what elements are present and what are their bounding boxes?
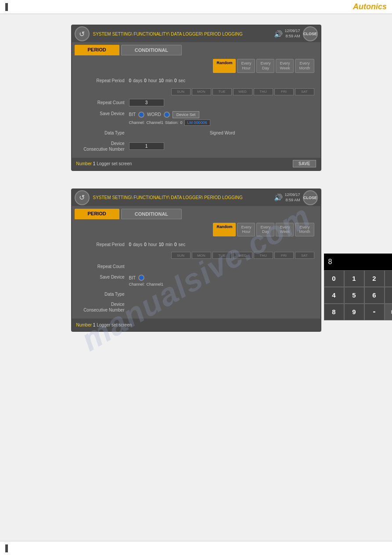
panel1-breadcrumb: SYSTEM SETTING\ FUNCTIONALITY\ DATA LOGG… <box>90 32 274 36</box>
bottom-bar <box>0 541 392 555</box>
numpad-0[interactable]: 0 <box>324 270 344 287</box>
save-device-row2: Channel: Channel1 Station: 0 LM 000006 <box>129 120 316 126</box>
repeat-period-label: Repeat Period <box>76 78 129 83</box>
save-button[interactable]: SAVE <box>293 160 316 167</box>
device-consec-label: DeviceConsecutive Number <box>76 141 129 152</box>
top-bar: Autonics <box>0 0 392 14</box>
panel1-content: Random EveryHour EveryDay EveryWeek Ever… <box>72 55 320 158</box>
panel2-before-button[interactable]: ↺ <box>75 190 90 205</box>
speaker-icon: 🔊 <box>274 30 283 38</box>
data-type-label: Data Type <box>76 131 129 135</box>
panel1-footer-text: Number 1 Logger set screen <box>76 161 132 166</box>
panel2-div-wed: WED <box>233 252 252 259</box>
panel2-subtab-every-hour[interactable]: EveryHour <box>237 223 255 237</box>
panel2-repeat-count-label: Repeat Count <box>76 264 129 269</box>
numpad-9[interactable]: 9 <box>344 304 364 320</box>
numpad-4[interactable]: 4 <box>324 287 344 304</box>
bottom-bar-mark <box>5 544 8 552</box>
panel1-footer: Number 1 Logger set screen SAVE <box>72 158 320 170</box>
device-consec-value-area <box>129 142 316 150</box>
panel2-div-fri: FRI <box>274 252 294 259</box>
device-consec-input[interactable] <box>129 142 164 150</box>
data-type-value-area: Signed Word <box>129 131 316 135</box>
panel1-close-button[interactable]: CLOSE <box>303 26 318 41</box>
numpad-7[interactable]: 7 <box>385 287 392 304</box>
station-value: 0 <box>180 120 183 125</box>
panel2-div-sat: SAT <box>295 252 314 259</box>
panel2-subtab-every-week[interactable]: EveryWeek <box>276 223 294 237</box>
panel2-device-consec-row: DeviceConsecutive Number <box>76 301 316 313</box>
bit-label: BIT <box>129 112 136 117</box>
device-consec-row: DeviceConsecutive Number <box>76 141 316 152</box>
device-set-button[interactable]: Device Set <box>173 111 200 118</box>
numpad-2[interactable]: 2 <box>364 270 385 287</box>
panel2-device-consec-label: DeviceConsecutive Number <box>76 301 129 313</box>
panel2-speaker-icon: 🔊 <box>274 193 283 202</box>
panel2-channel-value: Channel1 <box>147 282 164 287</box>
div-sun: SUN <box>171 88 191 95</box>
panel2-channel-label: Channel: <box>129 282 145 287</box>
panel2-div-thu: THU <box>254 252 273 259</box>
panel1-header: ↺ SYSTEM SETTING\ FUNCTIONALITY\ DATA LO… <box>72 25 320 42</box>
panel2-save-device-area: BIT Channel: Channel1 <box>129 275 316 287</box>
subtab-every-day[interactable]: EveryDay <box>256 59 274 73</box>
tab-conditional[interactable]: CONDITIONAL <box>121 45 182 55</box>
numpad-8[interactable]: 8 <box>324 304 344 320</box>
repeat-count-row: Repeat Count <box>76 98 316 108</box>
station-label: Station: <box>165 120 179 125</box>
numpad-row3: 8 9 - BS ENT <box>324 304 392 320</box>
panel2-content: Random EveryHour EveryDay EveryWeek Ever… <box>72 219 320 319</box>
div-wed: WED <box>233 88 252 95</box>
subtab-every-week[interactable]: EveryWeek <box>276 59 294 73</box>
panel2-subtab-every-day[interactable]: EveryDay <box>256 223 274 237</box>
numpad-1[interactable]: 1 <box>344 270 364 287</box>
save-device-label: Save Device <box>76 111 129 116</box>
tab-period[interactable]: PERIOD <box>75 45 119 55</box>
panel2-bit-radio[interactable] <box>138 275 144 281</box>
channel-value: Channel1 <box>147 120 164 125</box>
autonics-logo: Autonics <box>353 2 387 11</box>
subtab-every-hour[interactable]: EveryHour <box>237 59 255 73</box>
panel1-tab-bar: PERIOD CONDITIONAL <box>72 42 320 55</box>
div-tue: TUE <box>212 88 232 95</box>
numpad-3[interactable]: 3 <box>385 270 392 287</box>
div-fri: FRI <box>274 88 294 95</box>
word-label: WORD <box>147 112 161 117</box>
panel2-close-button[interactable]: CLOSE <box>303 190 318 205</box>
repeat-period-value-area: 0 days 0 hour 10 min 0 sec <box>129 78 316 83</box>
panel2-repeat-period-row: Repeat Period 0 days 0 hour 10 min 0 sec <box>76 239 316 250</box>
repeat-count-input[interactable] <box>129 99 164 106</box>
panel2-divider-row: SUN MON TUE WED THU FRI SAT <box>76 252 316 259</box>
numpad-row2: 4 5 6 7 ▼ <box>324 287 392 304</box>
subtab-random[interactable]: Random <box>213 59 236 73</box>
panel2-tab-period[interactable]: PERIOD <box>75 209 119 219</box>
div-sat: SAT <box>295 88 314 95</box>
panel2-repeat-count-row: Repeat Count <box>76 261 316 272</box>
bit-radio[interactable] <box>138 112 144 118</box>
panel2-footer: Number 1 Logger set screen <box>72 319 320 331</box>
panel2-subtab-every-month[interactable]: EveryMonth <box>295 223 314 237</box>
save-device-area: BIT WORD Device Set Channel: Channel1 St… <box>129 111 316 126</box>
panel2-breadcrumb: SYSTEM SETTING\ FUNCTIONALITY\ DATA LOGG… <box>90 195 274 200</box>
panel2-tab-conditional[interactable]: CONDITIONAL <box>121 209 182 219</box>
numpad-bs[interactable]: BS <box>385 304 392 320</box>
numpad-display-row: 8 CLR <box>324 254 392 270</box>
panel1-subtabs: Random EveryHour EveryDay EveryWeek Ever… <box>76 59 316 73</box>
lm-value: LM 000006 <box>184 120 210 126</box>
subtab-every-month[interactable]: EveryMonth <box>295 59 314 73</box>
word-radio[interactable] <box>164 112 170 118</box>
panel2-subtabs: Random EveryHour EveryDay EveryWeek Ever… <box>76 223 316 237</box>
numpad-6[interactable]: 6 <box>364 287 385 304</box>
panel2-save-device-row: Save Device BIT Channel: Channel1 <box>76 274 316 287</box>
panel1-datetime: 12/09/17 8:59 AM <box>284 29 300 39</box>
panel2-div-mon: MON <box>192 252 211 259</box>
panel1-before-button[interactable]: ↺ <box>75 26 90 41</box>
panel2-save-device-label: Save Device <box>76 275 129 279</box>
panel2-footer-text: Number 1 Logger set screen <box>76 323 132 327</box>
panel2-subtab-random[interactable]: Random <box>213 223 236 237</box>
numpad-row1: 0 1 2 3 ▲ <box>324 270 392 287</box>
numpad-5[interactable]: 5 <box>344 287 364 304</box>
numpad-minus[interactable]: - <box>364 304 385 320</box>
repeat-count-value-area <box>129 99 316 106</box>
panel2-header: ↺ SYSTEM SETTING\ FUNCTIONALITY\ DATA LO… <box>72 189 320 206</box>
